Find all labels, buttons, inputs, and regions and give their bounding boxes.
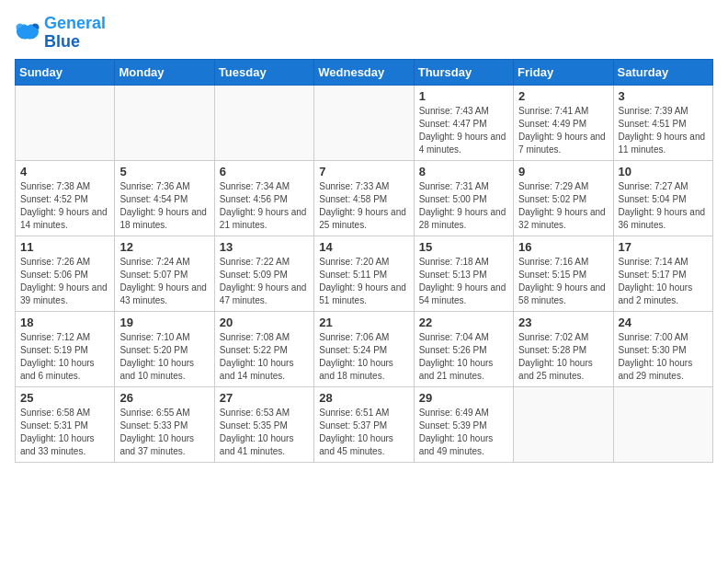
day-info: Sunrise: 7:29 AM Sunset: 5:02 PM Dayligh…	[518, 180, 608, 232]
day-number: 21	[319, 316, 408, 329]
day-info: Sunrise: 7:36 AM Sunset: 4:54 PM Dayligh…	[119, 180, 209, 232]
day-info: Sunrise: 7:10 AM Sunset: 5:20 PM Dayligh…	[119, 331, 209, 383]
day-info: Sunrise: 6:51 AM Sunset: 5:37 PM Dayligh…	[319, 407, 408, 458]
calendar-cell: 9Sunrise: 7:29 AM Sunset: 5:02 PM Daylig…	[514, 160, 613, 236]
day-number: 17	[619, 240, 708, 254]
calendar-cell: 5Sunrise: 7:36 AM Sunset: 4:54 PM Daylig…	[115, 160, 214, 236]
day-info: Sunrise: 7:20 AM Sunset: 5:11 PM Dayligh…	[319, 256, 408, 307]
day-number: 7	[319, 165, 408, 178]
calendar-cell	[514, 386, 613, 462]
day-number: 22	[419, 316, 508, 329]
calendar-week-4: 18Sunrise: 7:12 AM Sunset: 5:19 PM Dayli…	[16, 311, 713, 386]
day-info: Sunrise: 7:31 AM Sunset: 5:00 PM Dayligh…	[419, 180, 508, 232]
day-number: 8	[419, 165, 508, 178]
calendar-cell: 6Sunrise: 7:34 AM Sunset: 4:56 PM Daylig…	[214, 160, 313, 236]
calendar-cell: 4Sunrise: 7:38 AM Sunset: 4:52 PM Daylig…	[16, 160, 115, 236]
day-info: Sunrise: 7:26 AM Sunset: 5:06 PM Dayligh…	[20, 256, 109, 307]
calendar-cell: 11Sunrise: 7:26 AM Sunset: 5:06 PM Dayli…	[16, 236, 115, 311]
calendar-cell: 16Sunrise: 7:16 AM Sunset: 5:15 PM Dayli…	[514, 236, 613, 311]
calendar-cell	[16, 85, 115, 160]
calendar-cell: 23Sunrise: 7:02 AM Sunset: 5:28 PM Dayli…	[514, 311, 613, 386]
day-number: 14	[319, 240, 408, 254]
page-header: General Blue	[15, 15, 713, 52]
day-info: Sunrise: 7:24 AM Sunset: 5:07 PM Dayligh…	[119, 256, 209, 307]
calendar-cell: 25Sunrise: 6:58 AM Sunset: 5:31 PM Dayli…	[16, 386, 115, 462]
day-number: 19	[119, 316, 209, 329]
calendar-cell	[214, 85, 313, 160]
calendar-cell: 13Sunrise: 7:22 AM Sunset: 5:09 PM Dayli…	[214, 236, 313, 311]
logo-text: General Blue	[44, 15, 106, 52]
day-number: 24	[619, 316, 708, 329]
day-number: 16	[518, 240, 608, 254]
calendar-cell: 18Sunrise: 7:12 AM Sunset: 5:19 PM Dayli…	[16, 311, 115, 386]
day-number: 1	[419, 89, 508, 103]
day-info: Sunrise: 6:53 AM Sunset: 5:35 PM Dayligh…	[220, 407, 309, 458]
day-number: 25	[20, 391, 109, 405]
day-number: 12	[119, 240, 209, 254]
calendar-cell: 22Sunrise: 7:04 AM Sunset: 5:26 PM Dayli…	[414, 311, 513, 386]
calendar-week-1: 1Sunrise: 7:43 AM Sunset: 4:47 PM Daylig…	[16, 85, 713, 160]
day-info: Sunrise: 6:49 AM Sunset: 5:39 PM Dayligh…	[419, 407, 508, 458]
calendar-cell: 21Sunrise: 7:06 AM Sunset: 5:24 PM Dayli…	[314, 311, 414, 386]
day-info: Sunrise: 7:27 AM Sunset: 5:04 PM Dayligh…	[619, 180, 708, 232]
calendar-header-wednesday: Wednesday	[314, 59, 414, 85]
calendar-cell	[314, 85, 414, 160]
day-info: Sunrise: 7:06 AM Sunset: 5:24 PM Dayligh…	[319, 331, 408, 383]
calendar-week-3: 11Sunrise: 7:26 AM Sunset: 5:06 PM Dayli…	[16, 236, 713, 311]
day-info: Sunrise: 6:55 AM Sunset: 5:33 PM Dayligh…	[119, 407, 209, 458]
calendar-cell: 19Sunrise: 7:10 AM Sunset: 5:20 PM Dayli…	[115, 311, 214, 386]
calendar-cell: 26Sunrise: 6:55 AM Sunset: 5:33 PM Dayli…	[115, 386, 214, 462]
day-number: 20	[220, 316, 309, 329]
calendar-week-2: 4Sunrise: 7:38 AM Sunset: 4:52 PM Daylig…	[16, 160, 713, 236]
day-info: Sunrise: 7:18 AM Sunset: 5:13 PM Dayligh…	[419, 256, 508, 307]
calendar-cell: 24Sunrise: 7:00 AM Sunset: 5:30 PM Dayli…	[613, 311, 712, 386]
calendar-cell: 28Sunrise: 6:51 AM Sunset: 5:37 PM Dayli…	[314, 386, 414, 462]
day-info: Sunrise: 7:22 AM Sunset: 5:09 PM Dayligh…	[220, 256, 309, 307]
calendar-header-friday: Friday	[514, 59, 613, 85]
calendar-cell: 2Sunrise: 7:41 AM Sunset: 4:49 PM Daylig…	[514, 85, 613, 160]
calendar-table: SundayMondayTuesdayWednesdayThursdayFrid…	[15, 59, 713, 463]
calendar-cell	[115, 85, 214, 160]
day-number: 27	[220, 391, 309, 405]
calendar-cell: 27Sunrise: 6:53 AM Sunset: 5:35 PM Dayli…	[214, 386, 313, 462]
day-number: 10	[619, 165, 708, 178]
calendar-header-sunday: Sunday	[16, 59, 115, 85]
day-info: Sunrise: 7:38 AM Sunset: 4:52 PM Dayligh…	[20, 180, 109, 232]
calendar-header-row: SundayMondayTuesdayWednesdayThursdayFrid…	[16, 59, 713, 85]
calendar-cell: 14Sunrise: 7:20 AM Sunset: 5:11 PM Dayli…	[314, 236, 414, 311]
day-number: 13	[220, 240, 309, 254]
calendar-cell	[613, 386, 712, 462]
day-info: Sunrise: 7:34 AM Sunset: 4:56 PM Dayligh…	[220, 180, 309, 232]
day-number: 23	[518, 316, 608, 329]
day-info: Sunrise: 7:41 AM Sunset: 4:49 PM Dayligh…	[518, 105, 608, 156]
logo-icon	[15, 22, 40, 44]
calendar-cell: 20Sunrise: 7:08 AM Sunset: 5:22 PM Dayli…	[214, 311, 313, 386]
day-info: Sunrise: 7:16 AM Sunset: 5:15 PM Dayligh…	[518, 256, 608, 307]
day-number: 11	[20, 240, 109, 254]
day-info: Sunrise: 7:02 AM Sunset: 5:28 PM Dayligh…	[518, 331, 608, 383]
day-number: 2	[518, 89, 608, 103]
calendar-header-saturday: Saturday	[613, 59, 712, 85]
day-number: 6	[220, 165, 309, 178]
day-info: Sunrise: 7:39 AM Sunset: 4:51 PM Dayligh…	[619, 105, 708, 156]
calendar-cell: 1Sunrise: 7:43 AM Sunset: 4:47 PM Daylig…	[414, 85, 513, 160]
day-info: Sunrise: 7:12 AM Sunset: 5:19 PM Dayligh…	[20, 331, 109, 383]
day-number: 26	[119, 391, 209, 405]
day-number: 15	[419, 240, 508, 254]
calendar-cell: 12Sunrise: 7:24 AM Sunset: 5:07 PM Dayli…	[115, 236, 214, 311]
calendar-cell: 17Sunrise: 7:14 AM Sunset: 5:17 PM Dayli…	[613, 236, 712, 311]
day-number: 3	[619, 89, 708, 103]
day-number: 18	[20, 316, 109, 329]
calendar-cell: 10Sunrise: 7:27 AM Sunset: 5:04 PM Dayli…	[613, 160, 712, 236]
day-number: 28	[319, 391, 408, 405]
calendar-header-tuesday: Tuesday	[214, 59, 313, 85]
day-info: Sunrise: 7:43 AM Sunset: 4:47 PM Dayligh…	[419, 105, 508, 156]
day-number: 9	[518, 165, 608, 178]
calendar-cell: 7Sunrise: 7:33 AM Sunset: 4:58 PM Daylig…	[314, 160, 414, 236]
day-number: 5	[119, 165, 209, 178]
calendar-header-thursday: Thursday	[414, 59, 513, 85]
calendar-header-monday: Monday	[115, 59, 214, 85]
day-info: Sunrise: 7:00 AM Sunset: 5:30 PM Dayligh…	[619, 331, 708, 383]
day-number: 29	[419, 391, 508, 405]
day-info: Sunrise: 7:14 AM Sunset: 5:17 PM Dayligh…	[619, 256, 708, 307]
